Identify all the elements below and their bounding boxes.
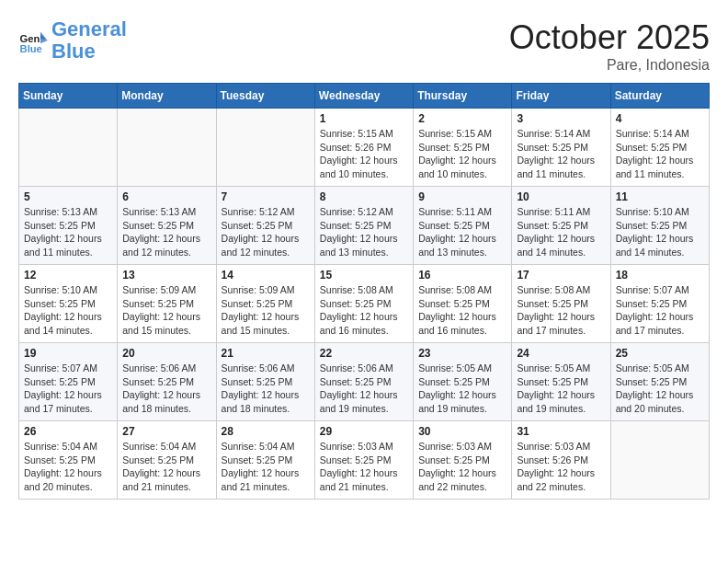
day-cell: 28Sunrise: 5:04 AM Sunset: 5:25 PM Dayli… xyxy=(216,421,314,500)
day-cell: 2Sunrise: 5:15 AM Sunset: 5:25 PM Daylig… xyxy=(414,109,512,187)
day-number: 24 xyxy=(517,347,605,360)
day-info: Sunrise: 5:05 AM Sunset: 5:25 PM Dayligh… xyxy=(616,362,704,416)
week-row-1: 1Sunrise: 5:15 AM Sunset: 5:26 PM Daylig… xyxy=(19,109,710,187)
day-number: 7 xyxy=(222,190,310,203)
day-cell: 27Sunrise: 5:04 AM Sunset: 5:25 PM Dayli… xyxy=(118,421,216,500)
day-cell: 16Sunrise: 5:08 AM Sunset: 5:25 PM Dayli… xyxy=(414,265,512,343)
day-number: 29 xyxy=(320,425,408,438)
day-number: 21 xyxy=(222,347,310,360)
day-info: Sunrise: 5:07 AM Sunset: 5:25 PM Dayligh… xyxy=(24,362,112,416)
day-number: 1 xyxy=(320,112,408,125)
day-cell: 1Sunrise: 5:15 AM Sunset: 5:26 PM Daylig… xyxy=(314,109,413,187)
page-header: Gen Blue GeneralBlue October 2025 Pare, … xyxy=(18,18,710,74)
week-row-5: 26Sunrise: 5:04 AM Sunset: 5:25 PM Dayli… xyxy=(19,421,710,500)
day-number: 10 xyxy=(517,190,605,203)
day-info: Sunrise: 5:15 AM Sunset: 5:25 PM Dayligh… xyxy=(418,127,506,181)
day-info: Sunrise: 5:14 AM Sunset: 5:25 PM Dayligh… xyxy=(517,127,605,181)
day-info: Sunrise: 5:13 AM Sunset: 5:25 PM Dayligh… xyxy=(24,205,112,259)
day-info: Sunrise: 5:05 AM Sunset: 5:25 PM Dayligh… xyxy=(418,362,506,416)
day-info: Sunrise: 5:13 AM Sunset: 5:25 PM Dayligh… xyxy=(122,205,210,259)
day-info: Sunrise: 5:08 AM Sunset: 5:25 PM Dayligh… xyxy=(320,283,408,338)
day-cell: 21Sunrise: 5:06 AM Sunset: 5:25 PM Dayli… xyxy=(216,343,314,421)
svg-text:Blue: Blue xyxy=(20,43,42,54)
day-cell: 8Sunrise: 5:12 AM Sunset: 5:25 PM Daylig… xyxy=(314,187,413,265)
day-number: 9 xyxy=(418,190,506,203)
day-number: 31 xyxy=(517,425,605,438)
day-cell: 11Sunrise: 5:10 AM Sunset: 5:25 PM Dayli… xyxy=(610,187,709,265)
day-cell xyxy=(610,421,709,500)
day-info: Sunrise: 5:03 AM Sunset: 5:25 PM Dayligh… xyxy=(320,440,408,494)
weekday-header-monday: Monday xyxy=(118,84,216,109)
day-info: Sunrise: 5:08 AM Sunset: 5:25 PM Dayligh… xyxy=(418,283,506,338)
day-number: 27 xyxy=(122,425,210,438)
day-cell: 15Sunrise: 5:08 AM Sunset: 5:25 PM Dayli… xyxy=(314,265,413,343)
weekday-header-row: SundayMondayTuesdayWednesdayThursdayFrid… xyxy=(19,84,710,109)
day-info: Sunrise: 5:05 AM Sunset: 5:25 PM Dayligh… xyxy=(517,362,605,416)
day-info: Sunrise: 5:04 AM Sunset: 5:25 PM Dayligh… xyxy=(24,440,112,494)
day-cell: 9Sunrise: 5:11 AM Sunset: 5:25 PM Daylig… xyxy=(414,187,512,265)
day-cell: 22Sunrise: 5:06 AM Sunset: 5:25 PM Dayli… xyxy=(314,343,413,421)
weekday-header-thursday: Thursday xyxy=(414,84,512,109)
week-row-3: 12Sunrise: 5:10 AM Sunset: 5:25 PM Dayli… xyxy=(19,265,710,343)
day-number: 16 xyxy=(418,269,506,282)
day-number: 19 xyxy=(24,347,112,360)
day-info: Sunrise: 5:06 AM Sunset: 5:25 PM Dayligh… xyxy=(122,362,210,416)
weekday-header-sunday: Sunday xyxy=(19,84,118,109)
day-number: 14 xyxy=(222,269,310,282)
day-cell: 23Sunrise: 5:05 AM Sunset: 5:25 PM Dayli… xyxy=(414,343,512,421)
weekday-header-saturday: Saturday xyxy=(610,84,709,109)
day-info: Sunrise: 5:06 AM Sunset: 5:25 PM Dayligh… xyxy=(222,362,310,416)
location: Pare, Indonesia xyxy=(509,57,710,74)
day-number: 11 xyxy=(616,190,704,203)
day-info: Sunrise: 5:03 AM Sunset: 5:25 PM Dayligh… xyxy=(418,440,506,494)
day-number: 28 xyxy=(222,425,310,438)
day-cell: 20Sunrise: 5:06 AM Sunset: 5:25 PM Dayli… xyxy=(118,343,216,421)
day-info: Sunrise: 5:07 AM Sunset: 5:25 PM Dayligh… xyxy=(616,283,704,338)
day-cell xyxy=(19,109,118,187)
day-number: 30 xyxy=(418,425,506,438)
day-number: 2 xyxy=(418,112,506,125)
day-cell: 30Sunrise: 5:03 AM Sunset: 5:25 PM Dayli… xyxy=(414,421,512,500)
day-cell xyxy=(216,109,314,187)
day-info: Sunrise: 5:12 AM Sunset: 5:25 PM Dayligh… xyxy=(320,205,408,259)
day-cell: 19Sunrise: 5:07 AM Sunset: 5:25 PM Dayli… xyxy=(19,343,118,421)
logo-text: GeneralBlue xyxy=(51,18,127,63)
day-info: Sunrise: 5:12 AM Sunset: 5:25 PM Dayligh… xyxy=(222,205,310,259)
svg-marker-3 xyxy=(40,35,48,44)
day-number: 12 xyxy=(24,269,112,282)
weekday-header-wednesday: Wednesday xyxy=(314,84,413,109)
day-number: 3 xyxy=(517,112,605,125)
calendar-table: SundayMondayTuesdayWednesdayThursdayFrid… xyxy=(18,83,710,500)
svg-text:Gen: Gen xyxy=(20,33,40,44)
week-row-4: 19Sunrise: 5:07 AM Sunset: 5:25 PM Dayli… xyxy=(19,343,710,421)
title-block: October 2025 Pare, Indonesia xyxy=(509,18,710,74)
day-info: Sunrise: 5:06 AM Sunset: 5:25 PM Dayligh… xyxy=(320,362,408,416)
day-cell: 18Sunrise: 5:07 AM Sunset: 5:25 PM Dayli… xyxy=(610,265,709,343)
day-cell: 24Sunrise: 5:05 AM Sunset: 5:25 PM Dayli… xyxy=(512,343,610,421)
day-info: Sunrise: 5:10 AM Sunset: 5:25 PM Dayligh… xyxy=(24,283,112,338)
day-info: Sunrise: 5:14 AM Sunset: 5:25 PM Dayligh… xyxy=(616,127,704,181)
day-cell: 6Sunrise: 5:13 AM Sunset: 5:25 PM Daylig… xyxy=(118,187,216,265)
day-cell: 14Sunrise: 5:09 AM Sunset: 5:25 PM Dayli… xyxy=(216,265,314,343)
day-info: Sunrise: 5:09 AM Sunset: 5:25 PM Dayligh… xyxy=(222,283,310,338)
day-number: 18 xyxy=(616,269,704,282)
day-number: 25 xyxy=(616,347,704,360)
day-number: 8 xyxy=(320,190,408,203)
day-info: Sunrise: 5:03 AM Sunset: 5:26 PM Dayligh… xyxy=(517,440,605,494)
day-number: 5 xyxy=(24,190,112,203)
day-number: 4 xyxy=(616,112,704,125)
day-cell: 26Sunrise: 5:04 AM Sunset: 5:25 PM Dayli… xyxy=(19,421,118,500)
day-number: 15 xyxy=(320,269,408,282)
day-info: Sunrise: 5:04 AM Sunset: 5:25 PM Dayligh… xyxy=(122,440,210,494)
day-cell: 12Sunrise: 5:10 AM Sunset: 5:25 PM Dayli… xyxy=(19,265,118,343)
day-info: Sunrise: 5:04 AM Sunset: 5:25 PM Dayligh… xyxy=(222,440,310,494)
logo-icon: Gen Blue xyxy=(18,26,48,55)
day-cell xyxy=(118,109,216,187)
weekday-header-friday: Friday xyxy=(512,84,610,109)
day-info: Sunrise: 5:09 AM Sunset: 5:25 PM Dayligh… xyxy=(122,283,210,338)
week-row-2: 5Sunrise: 5:13 AM Sunset: 5:25 PM Daylig… xyxy=(19,187,710,265)
day-cell: 25Sunrise: 5:05 AM Sunset: 5:25 PM Dayli… xyxy=(610,343,709,421)
day-cell: 29Sunrise: 5:03 AM Sunset: 5:25 PM Dayli… xyxy=(314,421,413,500)
day-number: 13 xyxy=(122,269,210,282)
day-info: Sunrise: 5:08 AM Sunset: 5:25 PM Dayligh… xyxy=(517,283,605,338)
